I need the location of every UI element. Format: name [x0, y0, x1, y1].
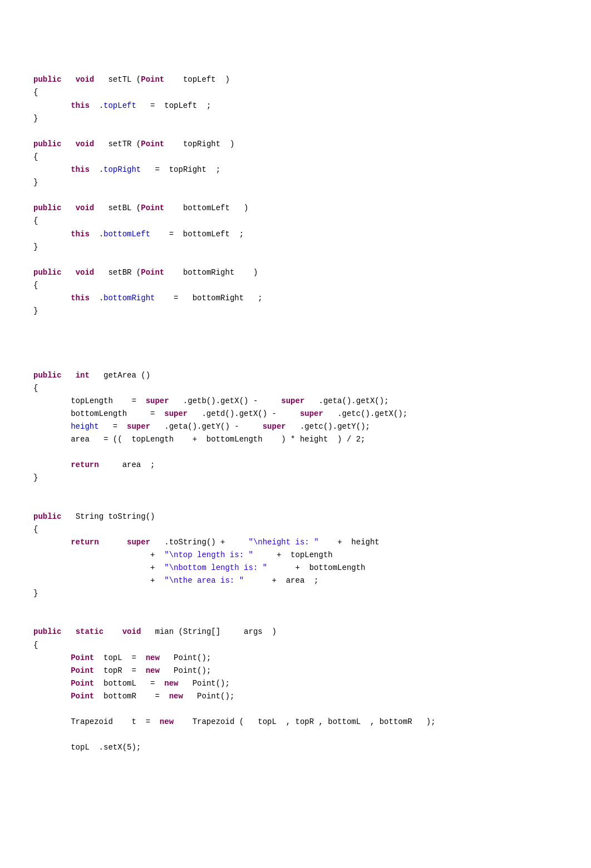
line-brace10: }: [33, 473, 38, 482]
line-toString-bottom: + "\nbottom length is: " + bottomLength: [33, 563, 366, 572]
line-area-calc: area = (( topLength + bottomLength ) * h…: [33, 435, 366, 444]
line-setTR-sig: public void setTR (Point topRight ): [33, 140, 234, 148]
line-setTL-body: this .topLeft = topLeft ;: [33, 101, 211, 110]
line-brace2: }: [33, 114, 38, 123]
line-bottomR-decl: Point bottomR = new Point();: [33, 692, 234, 701]
line-brace8: }: [33, 306, 38, 315]
line-brace12: }: [33, 589, 38, 598]
line-trapezoid-decl: Trapezoid t = new Trapezoid ( topL , top…: [33, 717, 436, 726]
line-bottomLength-calc: bottomLength = super .getd().getX() - su…: [33, 409, 407, 418]
line-brace11: {: [33, 525, 38, 534]
line-setBR-body: this .bottomRight = bottomRight ;: [33, 294, 263, 302]
line-toString-area: + "\nthe area is: " + area ;: [33, 576, 319, 585]
line-setBR-sig: public void setBR (Point bottomRight ): [33, 268, 258, 277]
line-setTL-sig: public void setTL (Point topLeft ): [33, 75, 230, 84]
line-getArea-sig: public int getArea (): [33, 371, 150, 380]
line-topL-decl: Point topL = new Point();: [33, 653, 211, 662]
line-brace5: {: [33, 216, 38, 225]
line-toString-sig: public String toString(): [33, 512, 155, 521]
code-container: public void setTL (Point topLeft ) { thi…: [33, 22, 558, 754]
line-setX-call: topL .setX(5);: [33, 743, 141, 752]
line-toString-top: + "\ntop length is: " + topLength: [33, 550, 333, 559]
line-height-calc: height = super .geta().getY() - super .g…: [33, 422, 370, 431]
line-bottomL-decl: Point bottomL = new Point();: [33, 679, 230, 688]
line-topLength-calc: topLength = super .getb().getX() - super…: [33, 396, 389, 405]
line-return-area: return area ;: [33, 460, 155, 469]
line-brace9: {: [33, 384, 38, 393]
line-setBL-sig: public void setBL (Point bottomLeft ): [33, 204, 249, 212]
line-setBL-body: this .bottomLeft = bottomLeft ;: [33, 230, 244, 239]
code-content: public void setTL (Point topLeft ) { thi…: [33, 22, 558, 754]
line-main-sig: public static void mian (String[] args ): [33, 627, 277, 636]
line-brace7: {: [33, 281, 38, 290]
line-brace6: }: [33, 242, 38, 251]
line-setTR-body: this .topRight = topRight ;: [33, 165, 220, 174]
line-brace1: {: [33, 88, 38, 97]
line-brace13: {: [33, 641, 38, 649]
line-return-toString: return super .toString() + "\nheight is:…: [33, 538, 380, 547]
line-topR-decl: Point topR = new Point();: [33, 666, 211, 675]
line-brace3: {: [33, 152, 38, 161]
line-brace4: }: [33, 178, 38, 187]
